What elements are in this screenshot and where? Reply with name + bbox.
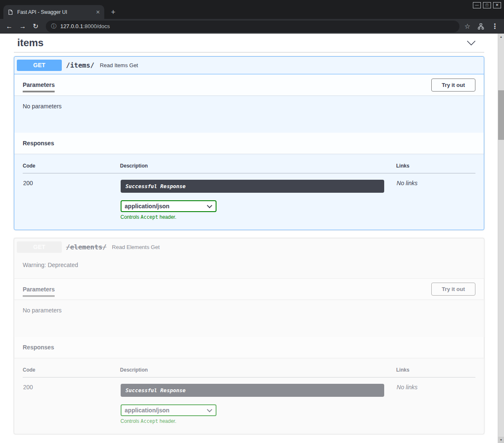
response-description: Successful Response <box>121 384 384 397</box>
window-maximize-icon[interactable]: □ <box>483 2 491 8</box>
responses-table: Code Description Links 200 Successful Re… <box>23 158 475 220</box>
tab-strip: Fast API - Swagger UI ✕ + <box>3 5 116 19</box>
toolbar-right-icons: ☆ ⋮ <box>464 23 498 30</box>
opblock-path: /elements/ <box>66 243 106 251</box>
forward-icon[interactable]: → <box>19 23 26 30</box>
media-type-select[interactable]: application/json <box>121 200 216 212</box>
tab-parameters[interactable]: Parameters <box>23 286 55 293</box>
media-type-select-wrap: application/json <box>121 404 216 416</box>
page-favicon-icon <box>8 9 13 15</box>
parameters-section-header: Parameters Try it out <box>14 74 484 95</box>
response-description: Successful Response <box>121 180 384 193</box>
controls-accept-header-text: Controls Accept header. <box>121 418 396 424</box>
url-host: 127.0.0.1 <box>60 23 83 29</box>
description-column-header: Description <box>120 158 396 173</box>
media-type-select[interactable]: application/json <box>121 404 216 416</box>
bookmark-star-icon[interactable]: ☆ <box>464 23 470 30</box>
address-bar[interactable]: ⓘ 127.0.0.1:8000/docs <box>46 21 459 32</box>
back-icon[interactable]: ← <box>6 23 13 30</box>
method-badge: GET <box>17 241 62 253</box>
opblock-summary-description: Read Items Get <box>100 62 138 68</box>
opblock-get-elements-deprecated: GET /elements/ Read Elements Get Warning… <box>14 238 484 434</box>
parameters-section-header: Parameters Try it out <box>14 278 484 299</box>
links-column-header: Links <box>396 362 475 377</box>
browser-toolbar: ← → ↻ ⓘ 127.0.0.1:8000/docs ☆ ⋮ <box>0 19 504 34</box>
page-scrollbar[interactable]: ▲ ▼ <box>498 34 504 443</box>
tab-close-icon[interactable]: ✕ <box>96 9 100 15</box>
response-links: No links <box>396 377 475 425</box>
controls-accept-header-text: Controls Accept header. <box>121 214 396 220</box>
try-it-out-button[interactable]: Try it out <box>431 79 475 92</box>
try-it-out-button[interactable]: Try it out <box>431 283 475 296</box>
response-row: 200 Successful Response application/json <box>23 173 475 221</box>
opblock-summary-description: Read Elements Get <box>112 244 159 250</box>
scrollbar-thumb[interactable] <box>498 90 504 140</box>
browser-chrome: — □ ✕ Fast API - Swagger UI ✕ + ← → ↻ ⓘ <box>0 0 504 34</box>
swagger-content: items GET /items/ Read Items Get Paramet… <box>0 34 504 443</box>
chevron-down-icon[interactable] <box>467 40 476 46</box>
response-code: 200 <box>23 377 120 425</box>
no-parameters-text: No parameters <box>23 307 62 314</box>
reload-icon[interactable]: ↻ <box>33 23 38 30</box>
opblock-summary[interactable]: GET /elements/ Read Elements Get <box>14 239 484 256</box>
tab-title: Fast API - Swagger UI <box>17 9 92 15</box>
responses-section-header: Responses <box>14 133 484 154</box>
response-links: No links <box>396 173 475 221</box>
description-column-header: Description <box>120 362 396 377</box>
responses-body: Code Description Links 200 Successful Re… <box>14 358 484 434</box>
responses-table: Code Description Links 200 Successful Re… <box>23 362 475 425</box>
responses-title: Responses <box>23 140 54 147</box>
window-controls: — □ ✕ <box>473 2 501 8</box>
method-badge: GET <box>17 60 62 71</box>
new-tab-button[interactable]: + <box>111 8 116 16</box>
tab-groups-icon[interactable] <box>478 23 484 30</box>
opblock-path: /items/ <box>66 61 94 69</box>
window-minimize-icon[interactable]: — <box>473 2 481 8</box>
response-row: 200 Successful Response application/json <box>23 377 475 425</box>
links-column-header: Links <box>396 158 475 173</box>
tab-parameters[interactable]: Parameters <box>23 81 55 88</box>
responses-title: Responses <box>23 344 54 351</box>
code-column-header: Code <box>23 362 120 377</box>
media-type-select-wrap: application/json <box>121 200 216 212</box>
parameters-body: No parameters <box>14 95 484 133</box>
opblock-get-items: GET /items/ Read Items Get Parameters Tr… <box>14 56 484 230</box>
tag-title: items <box>17 37 44 49</box>
opblock-summary[interactable]: GET /items/ Read Items Get <box>14 57 484 74</box>
deprecated-warning-text: Warning: Deprecated <box>14 256 484 278</box>
response-code: 200 <box>23 173 120 221</box>
tag-section-header[interactable]: items <box>14 35 484 52</box>
site-info-icon[interactable]: ⓘ <box>51 24 56 29</box>
browser-tab[interactable]: Fast API - Swagger UI ✕ <box>3 5 104 19</box>
responses-section-header: Responses <box>14 337 484 358</box>
window-close-icon[interactable]: ✕ <box>493 2 501 8</box>
no-parameters-text: No parameters <box>23 103 62 110</box>
url-path: :8000/docs <box>83 23 110 29</box>
code-column-header: Code <box>23 158 120 173</box>
responses-body: Code Description Links 200 Successful Re… <box>14 154 484 230</box>
browser-window: — □ ✕ Fast API - Swagger UI ✕ + ← → ↻ ⓘ <box>0 0 504 443</box>
scroll-down-icon[interactable]: ▼ <box>498 437 504 443</box>
browser-menu-icon[interactable]: ⋮ <box>491 23 498 30</box>
url-text: 127.0.0.1:8000/docs <box>60 24 110 29</box>
scroll-up-icon[interactable]: ▲ <box>498 34 504 40</box>
parameters-body: No parameters <box>14 299 484 337</box>
